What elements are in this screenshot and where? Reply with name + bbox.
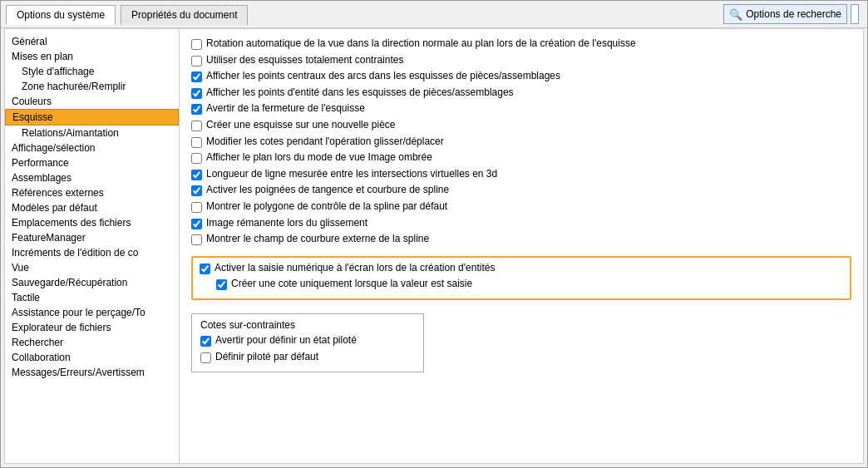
label-avertir-fermeture: Avertir de la fermeture de l'esquisse bbox=[206, 102, 365, 116]
checkbox-row-image-remanente: Image rémanente lors du glissement bbox=[191, 217, 851, 230]
checkbox-creer-esquisse-piece[interactable] bbox=[191, 121, 202, 131]
search-label-text: Options de recherche bbox=[746, 8, 841, 20]
label-activer-poignees: Activer les poignées de tangence et cour… bbox=[206, 184, 449, 197]
checkbox-montrer-polygone[interactable] bbox=[191, 202, 202, 213]
checkbox-creer-cote[interactable] bbox=[216, 279, 227, 290]
sidebar-item-messages-erreurs[interactable]: Messages/Erreurs/Avertissem bbox=[5, 365, 179, 380]
checkbox-row-afficher-plan: Afficher le plan lors du mode de vue Ima… bbox=[191, 151, 851, 165]
checkbox-longueur-ligne[interactable] bbox=[191, 170, 202, 180]
checkbox-row-activer-saisie: Activer la saisie numérique à l'écran lo… bbox=[200, 262, 843, 275]
sidebar-item-affichage-selection[interactable]: Affichage/sélection bbox=[5, 140, 179, 155]
checkbox-row-rotation-auto: Rotation automatique de la vue dans la d… bbox=[191, 37, 851, 51]
checkbox-row-definir-piloter: Définir piloté par défaut bbox=[200, 351, 415, 364]
label-longueur-ligne: Longueur de ligne mesurée entre les inte… bbox=[206, 168, 497, 181]
sidebar-item-modeles-par-defaut[interactable]: Modèles par défaut bbox=[5, 200, 179, 215]
checkbox-activer-poignees[interactable] bbox=[191, 185, 202, 196]
label-montrer-champ: Montrer le champ de courbure externe de … bbox=[206, 233, 429, 246]
title-bar: Options du système Propriétés du documen… bbox=[1, 1, 867, 28]
checkbox-row-montrer-champ: Montrer le champ de courbure externe de … bbox=[191, 233, 851, 246]
checkbox-afficher-points-entite[interactable] bbox=[191, 88, 202, 99]
checkbox-row-longueur-ligne: Longueur de ligne mesurée entre les inte… bbox=[191, 168, 851, 181]
label-image-remanente: Image rémanente lors du glissement bbox=[206, 217, 367, 230]
highlight-group: Activer la saisie numérique à l'écran lo… bbox=[191, 256, 851, 300]
checkbox-row-utiliser-esquisses: Utiliser des esquisses totalement contra… bbox=[191, 54, 851, 67]
search-input[interactable] bbox=[851, 4, 859, 24]
label-creer-cote: Créer une cote uniquement lorsque la val… bbox=[231, 278, 472, 291]
label-activer-saisie: Activer la saisie numérique à l'écran lo… bbox=[215, 262, 495, 275]
content-area: GénéralMises en planStyle d'affichageZon… bbox=[4, 28, 864, 464]
checkbox-montrer-champ[interactable] bbox=[191, 234, 202, 245]
label-utiliser-esquisses: Utiliser des esquisses totalement contra… bbox=[206, 54, 403, 67]
sidebar-item-sauvegarde-recuperation[interactable]: Sauvegarde/Récupération bbox=[5, 275, 179, 290]
checkbox-definir-piloter[interactable] bbox=[200, 352, 211, 363]
sidebar-item-increments-edition[interactable]: Incréments de l'édition de co bbox=[5, 245, 179, 260]
sidebar-item-rechercher[interactable]: Rechercher bbox=[5, 335, 179, 350]
sidebar-item-feature-manager[interactable]: FeatureManager bbox=[5, 230, 179, 245]
label-creer-esquisse-piece: Créer une esquisse sur une nouvelle pièc… bbox=[206, 119, 395, 132]
checkbox-row-creer-esquisse-piece: Créer une esquisse sur une nouvelle pièc… bbox=[191, 119, 851, 132]
label-modifier-cotes: Modifier les cotes pendant l'opération g… bbox=[206, 135, 444, 149]
sidebar-item-general[interactable]: Général bbox=[5, 34, 179, 49]
sidebar-item-style-affichage[interactable]: Style d'affichage bbox=[5, 64, 179, 79]
sidebar-item-mises-en-plan[interactable]: Mises en plan bbox=[5, 49, 179, 64]
tab-proprietes-document[interactable]: Propriétés du document bbox=[121, 5, 248, 25]
label-montrer-polygone: Montrer le polygone de contrôle de la sp… bbox=[206, 200, 447, 214]
checkbox-rotation-auto[interactable] bbox=[191, 39, 202, 50]
sidebar-item-esquisse[interactable]: Esquisse bbox=[5, 109, 179, 126]
search-wrapper: 🔍 Options de recherche bbox=[723, 4, 859, 24]
checkbox-row-afficher-points-centraux: Afficher les points centraux des arcs da… bbox=[191, 70, 851, 83]
checkbox-row-activer-poignees: Activer les poignées de tangence et cour… bbox=[191, 184, 851, 197]
checkbox-row-afficher-points-entite: Afficher les points d'entité dans les es… bbox=[191, 86, 851, 100]
checkbox-image-remanente[interactable] bbox=[191, 219, 202, 229]
label-rotation-auto: Rotation automatique de la vue dans la d… bbox=[206, 37, 636, 51]
sidebar-item-assistance-percage[interactable]: Assistance pour le perçage/To bbox=[5, 305, 179, 320]
label-afficher-points-centraux: Afficher les points centraux des arcs da… bbox=[206, 70, 560, 83]
label-afficher-plan: Afficher le plan lors du mode de vue Ima… bbox=[206, 151, 432, 165]
sidebar-item-collaboration[interactable]: Collaboration bbox=[5, 350, 179, 365]
label-afficher-points-entite: Afficher les points d'entité dans les es… bbox=[206, 86, 514, 100]
checkbox-row-avertir-fermeture: Avertir de la fermeture de l'esquisse bbox=[191, 102, 851, 116]
cotes-group: Cotes sur-contraintesAvertir pour défini… bbox=[191, 313, 424, 372]
label-avertir-piloter: Avertir pour définir un état piloté bbox=[215, 334, 357, 347]
sidebar-item-emplacements-fichiers[interactable]: Emplacements des fichiers bbox=[5, 215, 179, 230]
checkbox-avertir-piloter[interactable] bbox=[200, 336, 211, 347]
sidebar-item-references-externes[interactable]: Références externes bbox=[5, 185, 179, 200]
sidebar-item-performance[interactable]: Performance bbox=[5, 155, 179, 170]
checkbox-afficher-plan[interactable] bbox=[191, 153, 202, 164]
checkbox-row-montrer-polygone: Montrer le polygone de contrôle de la sp… bbox=[191, 200, 851, 214]
checkbox-avertir-fermeture[interactable] bbox=[191, 104, 202, 115]
sidebar-item-vue[interactable]: Vue bbox=[5, 260, 179, 275]
sidebar-item-tactile[interactable]: Tactile bbox=[5, 290, 179, 305]
main-window: Options du système Propriétés du documen… bbox=[0, 0, 868, 468]
checkbox-modifier-cotes[interactable] bbox=[191, 137, 202, 148]
label-definir-piloter: Définir piloté par défaut bbox=[215, 351, 318, 364]
sidebar-item-couleurs[interactable]: Couleurs bbox=[5, 94, 179, 109]
sidebar-item-relations-aimantation[interactable]: Relations/Aimantation bbox=[5, 126, 179, 140]
checkbox-row-modifier-cotes: Modifier les cotes pendant l'opération g… bbox=[191, 135, 851, 149]
search-icon: 🔍 bbox=[729, 8, 742, 21]
checkbox-row-avertir-piloter: Avertir pour définir un état piloté bbox=[200, 334, 415, 347]
checkbox-utiliser-esquisses[interactable] bbox=[191, 56, 202, 67]
cotes-group-title: Cotes sur-contraintes bbox=[200, 319, 415, 331]
tab-options-systeme[interactable]: Options du système bbox=[6, 5, 116, 25]
sidebar-item-assemblages[interactable]: Assemblages bbox=[5, 170, 179, 185]
sidebar-item-zone-hachuree[interactable]: Zone hachurée/Remplir bbox=[5, 79, 179, 94]
checkbox-activer-saisie[interactable] bbox=[200, 264, 210, 274]
checkbox-row-creer-cote: Créer une cote uniquement lorsque la val… bbox=[200, 278, 843, 291]
sidebar: GénéralMises en planStyle d'affichageZon… bbox=[5, 29, 180, 463]
main-panel: Rotation automatique de la vue dans la d… bbox=[180, 29, 863, 463]
sidebar-item-explorateur-fichiers[interactable]: Explorateur de fichiers bbox=[5, 320, 179, 335]
search-label-box: 🔍 Options de recherche bbox=[723, 4, 847, 24]
checkbox-afficher-points-centraux[interactable] bbox=[191, 71, 202, 82]
